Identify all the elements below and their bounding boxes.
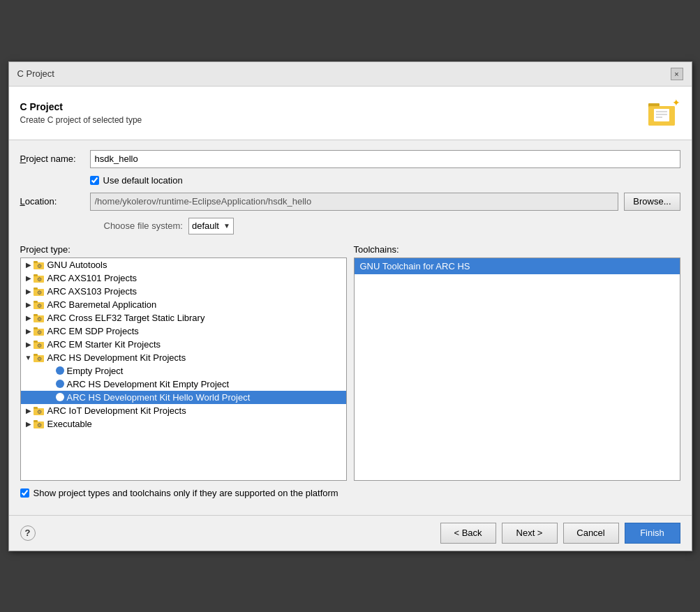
list-item[interactable]: Empty Project (21, 364, 346, 378)
list-item[interactable]: ▶ ⚙ ARC EM SDP Projects (21, 324, 346, 338)
item-label: ARC HS Development Kit Projects (47, 352, 186, 363)
content-area: Project name: Use default location Locat… (9, 140, 692, 515)
back-button[interactable]: < Back (440, 523, 496, 544)
browse-button[interactable]: Browse... (624, 193, 680, 211)
next-button[interactable]: Next > (502, 523, 558, 544)
list-item[interactable]: ARC HS Development Kit Hello World Proje… (21, 391, 346, 404)
folder-open-icon: ⚙ (33, 352, 45, 362)
svg-rect-3 (654, 109, 669, 121)
filesystem-value: default (192, 221, 219, 231)
folder-icon: ⚙ (33, 326, 45, 336)
show-filter-label[interactable]: Show project types and toolchains only i… (33, 488, 338, 498)
chevron-right-icon: ▶ (24, 301, 33, 308)
project-types-section: Project type: ▶ ⚙ GNU Autotools (20, 244, 347, 481)
svg-text:⚙: ⚙ (36, 422, 41, 428)
filesystem-row: Choose file system: default ▼ (104, 218, 680, 234)
toolchain-label: GNU Toolchain for ARC HS (360, 261, 470, 271)
svg-text:✦: ✦ (672, 97, 680, 108)
list-item[interactable]: ▶ ⚙ ARC IoT Development Kit Projects (21, 404, 346, 417)
item-label: Executable (47, 419, 92, 429)
item-label: ARC EM Starter Kit Projects (47, 339, 161, 350)
item-label: ARC Baremetal Application (47, 299, 157, 310)
svg-text:⚙: ⚙ (36, 329, 41, 336)
item-label: ARC EM SDP Projects (47, 326, 139, 336)
chevron-right-icon: ▶ (24, 274, 33, 282)
use-default-location-checkbox[interactable] (90, 176, 99, 185)
header-area: C Project Create C project of selected t… (9, 87, 692, 140)
svg-text:⚙: ⚙ (36, 356, 41, 362)
folder-icon: ⚙ (33, 299, 45, 309)
project-icon: ✦ (647, 96, 680, 130)
list-item[interactable]: ▶ ⚙ ARC Baremetal Application (21, 298, 346, 311)
chevron-right-icon: ▶ (24, 420, 33, 428)
project-name-input[interactable] (90, 150, 680, 168)
list-item[interactable]: ▶ ⚙ Executable (21, 417, 346, 431)
svg-text:⚙: ⚙ (36, 316, 41, 322)
list-item[interactable]: ▶ ⚙ ARC EM Starter Kit Projects (21, 338, 346, 351)
help-button[interactable]: ? (20, 525, 36, 541)
list-item[interactable]: ARC HS Development Kit Empty Project (21, 378, 346, 391)
list-item[interactable]: ▶ ⚙ ARC AXS103 Projects (21, 285, 346, 298)
chevron-right-icon: ▶ (24, 341, 33, 348)
svg-text:⚙: ⚙ (36, 290, 41, 296)
lists-area: Project type: ▶ ⚙ GNU Autotools (20, 244, 680, 481)
project-types-tree[interactable]: ▶ ⚙ GNU Autotools ▶ (20, 258, 347, 481)
location-label: Location: (20, 196, 90, 207)
location-input[interactable] (90, 193, 619, 211)
svg-text:⚙: ⚙ (36, 263, 41, 269)
list-item[interactable]: GNU Toolchain for ARC HS (355, 258, 680, 274)
header-text: C Project Create C project of selected t… (20, 101, 142, 125)
item-label: ARC AXS103 Projects (47, 286, 137, 297)
chevron-right-icon: ▶ (24, 407, 33, 415)
project-name-label: Project name: (20, 154, 90, 164)
chevron-down-icon: ▼ (223, 222, 230, 230)
filesystem-dropdown[interactable]: default ▼ (188, 218, 234, 234)
folder-icon: ⚙ (33, 419, 45, 428)
list-item[interactable]: ▶ ⚙ ARC AXS101 Projects (21, 271, 346, 285)
leaf-icon (56, 366, 64, 375)
close-button[interactable]: × (671, 68, 683, 80)
item-label: Empty Project (67, 366, 124, 376)
dialog-title: C Project (17, 68, 54, 79)
toolchains-section: Toolchains: GNU Toolchain for ARC HS (354, 244, 680, 481)
footer-buttons: < Back Next > Cancel Finish (440, 523, 680, 544)
show-filter-checkbox[interactable] (20, 488, 29, 498)
svg-text:⚙: ⚙ (36, 343, 41, 349)
cancel-button[interactable]: Cancel (563, 523, 619, 544)
folder-icon: ⚙ (33, 313, 45, 322)
folder-icon: ⚙ (33, 273, 45, 283)
header-subtitle: Create C project of selected type (20, 115, 142, 125)
chevron-right-icon: ▶ (24, 288, 33, 295)
list-item[interactable]: ▶ ⚙ ARC Cross ELF32 Target Static Librar… (21, 311, 346, 324)
leaf-selected-icon (56, 393, 64, 401)
toolchains-label: Toolchains: (354, 244, 680, 255)
leaf-icon (56, 380, 64, 388)
folder-icon: ⚙ (33, 286, 45, 296)
chevron-right-icon: ▶ (24, 327, 33, 335)
item-label: ARC HS Development Kit Hello World Proje… (67, 392, 251, 403)
title-bar: C Project × (9, 62, 692, 87)
chevron-right-icon: ▶ (24, 261, 33, 269)
footer: ? < Back Next > Cancel Finish (9, 515, 692, 551)
header-title: C Project (20, 101, 142, 112)
chevron-right-icon: ▶ (24, 314, 33, 322)
toolchains-list[interactable]: GNU Toolchain for ARC HS (354, 258, 680, 481)
c-project-dialog: C Project × C Project Create C project o… (8, 61, 692, 551)
svg-text:⚙: ⚙ (36, 303, 41, 309)
svg-text:⚙: ⚙ (36, 276, 41, 283)
finish-button[interactable]: Finish (625, 523, 680, 544)
folder-icon: ⚙ (33, 339, 45, 349)
folder-icon: ⚙ (33, 260, 45, 269)
chevron-down-icon: ▼ (24, 354, 33, 361)
folder-icon: ⚙ (33, 405, 45, 415)
footer-left: ? (20, 525, 36, 541)
list-item[interactable]: ▼ ⚙ ARC HS Development Kit Projects (21, 351, 346, 364)
project-types-label: Project type: (20, 244, 347, 255)
list-item[interactable]: ▶ ⚙ GNU Autotools (21, 258, 346, 271)
filesystem-label: Choose file system: (104, 221, 183, 231)
location-row: Location: Browse... (20, 193, 680, 211)
project-name-row: Project name: (20, 150, 680, 168)
item-label: ARC Cross ELF32 Target Static Library (47, 313, 205, 323)
item-label: ARC HS Development Kit Empty Project (67, 379, 230, 389)
use-default-location-label[interactable]: Use default location (103, 175, 183, 186)
